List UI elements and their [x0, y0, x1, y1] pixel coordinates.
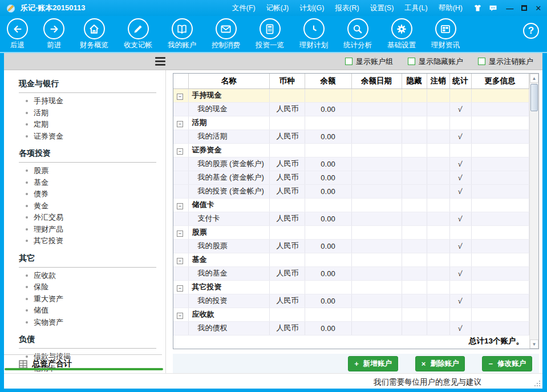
- column-header[interactable]: 余额日期: [351, 74, 402, 88]
- sidebar-menu-icon[interactable]: [155, 57, 165, 66]
- account-row[interactable]: 我的活期人民币0.00√: [173, 130, 529, 143]
- sidebar-item[interactable]: 其它投资: [19, 235, 156, 247]
- vertical-scrollbar[interactable]: ▲ ▼: [529, 74, 538, 349]
- column-header[interactable]: 隐藏: [402, 74, 427, 88]
- sidebar-item[interactable]: 应收款: [19, 270, 156, 282]
- maximize-button[interactable]: [520, 4, 528, 12]
- account-action-button[interactable]: −修改账户: [482, 356, 532, 371]
- close-button[interactable]: ✕: [534, 4, 542, 12]
- cell-hide: [402, 280, 427, 294]
- cell-bal: 0.00: [305, 102, 351, 116]
- menu-item[interactable]: 工具(L): [404, 3, 427, 13]
- toolbar-button[interactable]: 收支记帐: [124, 18, 152, 50]
- collapse-icon[interactable]: −: [177, 148, 183, 155]
- toolbar-button[interactable]: 理财资讯: [431, 18, 460, 50]
- account-row[interactable]: 我的投资 (资金帐户)人民币0.00√: [173, 184, 529, 198]
- account-action-button[interactable]: ×删除账户: [415, 356, 465, 371]
- menu-item[interactable]: 报表(R): [335, 3, 359, 13]
- sidebar-item[interactable]: 重大资产: [19, 293, 156, 305]
- sidebar-item[interactable]: 股票: [19, 165, 156, 177]
- column-header[interactable]: 名称: [188, 74, 269, 88]
- cell-hide: [402, 130, 427, 143]
- column-header[interactable]: 注销: [427, 74, 449, 88]
- column-header[interactable]: 更多信息: [471, 74, 529, 88]
- menu-item[interactable]: 计划(G): [299, 3, 324, 13]
- skin-icon[interactable]: [473, 3, 483, 13]
- column-header[interactable]: [173, 74, 188, 88]
- filter-checkbox[interactable]: 显示注销账户: [478, 56, 533, 67]
- sidebar-item[interactable]: 理财产品: [19, 224, 156, 236]
- feedback-chat-icon[interactable]: [488, 3, 498, 13]
- account-row[interactable]: 我的基金人民币0.00√: [173, 266, 529, 280]
- sidebar-item[interactable]: 储值: [19, 305, 156, 317]
- account-row[interactable]: 我的投资人民币0.00√: [173, 294, 529, 308]
- toolbar-button[interactable]: 我的账户: [168, 18, 196, 50]
- cell-exp: [173, 294, 188, 308]
- collapse-icon[interactable]: −: [177, 94, 183, 100]
- sidebar: 现金与银行手持现金活期定期证券资金各项投资股票基金债券黄金外汇交易理财产品其它投…: [4, 70, 166, 373]
- checkbox-icon: [345, 58, 352, 65]
- sidebar-item[interactable]: 活期: [19, 107, 156, 119]
- scroll-down-icon[interactable]: ▼: [530, 340, 538, 349]
- collapse-icon[interactable]: −: [177, 203, 183, 209]
- sidebar-item[interactable]: 手持现金: [19, 95, 156, 107]
- resize-grip-icon[interactable]: [534, 381, 540, 386]
- sidebar-item[interactable]: 基金: [19, 177, 156, 189]
- collapse-icon[interactable]: −: [177, 313, 183, 319]
- scroll-up-icon[interactable]: ▲: [530, 74, 538, 83]
- toolbar-button[interactable]: 前进: [43, 18, 64, 50]
- collapse-icon[interactable]: −: [177, 285, 183, 292]
- scrollbar-track[interactable]: [530, 83, 538, 340]
- collapse-icon[interactable]: −: [177, 121, 183, 127]
- account-row[interactable]: 我的基金 (资金帐户)人民币0.00√: [173, 171, 529, 184]
- account-action-button[interactable]: +新增账户: [348, 356, 398, 371]
- menu-item[interactable]: 帮助(H): [439, 3, 463, 13]
- account-group-row[interactable]: −股票: [173, 225, 529, 239]
- account-row[interactable]: 我的现金人民币0.00√: [173, 102, 529, 116]
- sidebar-footer[interactable]: 总资产合计: [4, 354, 162, 370]
- toolbar-button[interactable]: 基础设置: [387, 18, 416, 50]
- account-group-row[interactable]: −基金: [173, 253, 529, 266]
- toolbar-button[interactable]: 理财计划: [299, 18, 328, 50]
- toolbar-button[interactable]: 投资一览: [256, 18, 284, 50]
- toolbar-button[interactable]: 后退: [7, 18, 28, 50]
- column-header[interactable]: 余额: [305, 74, 351, 88]
- account-group-row[interactable]: −应收款: [173, 308, 529, 321]
- help-button[interactable]: ?: [523, 23, 539, 39]
- account-row[interactable]: 支付卡人民币0.00√: [173, 212, 529, 225]
- sidebar-item[interactable]: 保险: [19, 281, 156, 293]
- menu-item[interactable]: 记帐(J): [266, 3, 289, 13]
- filter-checkbox[interactable]: 显示账户组: [345, 56, 393, 67]
- sidebar-item[interactable]: 黄金: [19, 200, 156, 212]
- toolbar-button[interactable]: 财务概览: [80, 18, 108, 50]
- collapse-icon[interactable]: −: [177, 231, 183, 237]
- bullet-icon: [26, 286, 28, 288]
- cell-close: [427, 88, 449, 102]
- account-row[interactable]: 我的股票 (资金帐户)人民币0.00√: [173, 157, 529, 171]
- column-header[interactable]: 统计: [449, 74, 471, 88]
- sidebar-item[interactable]: 外汇交易: [19, 212, 156, 224]
- account-group-row[interactable]: −证券资金: [173, 143, 529, 157]
- account-group-row[interactable]: −其它投资: [173, 280, 529, 294]
- filter-checkbox[interactable]: 显示隐藏账户: [408, 56, 463, 67]
- sidebar-item[interactable]: 实物资产: [19, 317, 156, 329]
- collapse-icon[interactable]: −: [177, 258, 183, 264]
- bullet-icon: [26, 216, 28, 219]
- cell-cur: 人民币: [269, 171, 305, 184]
- account-group-row[interactable]: −储值卡: [173, 198, 529, 212]
- sidebar-item[interactable]: 债券: [19, 188, 156, 200]
- sidebar-item[interactable]: 证券资金: [19, 131, 156, 143]
- sidebar-item[interactable]: 定期: [19, 119, 156, 131]
- minimize-button[interactable]: —: [506, 4, 514, 12]
- toolbar-button[interactable]: 统计分析: [343, 18, 372, 50]
- account-row[interactable]: 我的债权人民币0.00√: [173, 321, 529, 335]
- menu-item[interactable]: 文件(F): [232, 3, 256, 13]
- menu-item[interactable]: 设置(S): [370, 3, 394, 13]
- toolbar-button[interactable]: 控制消费: [212, 18, 240, 50]
- account-group-row[interactable]: −手持现金: [173, 88, 529, 102]
- account-row[interactable]: 我的股票人民币0.00√: [173, 239, 529, 253]
- scrollbar-thumb[interactable]: [530, 84, 538, 111]
- column-header[interactable]: 币种: [269, 74, 305, 88]
- account-group-row[interactable]: −活期: [173, 116, 529, 130]
- cell-cur: 人民币: [269, 294, 305, 308]
